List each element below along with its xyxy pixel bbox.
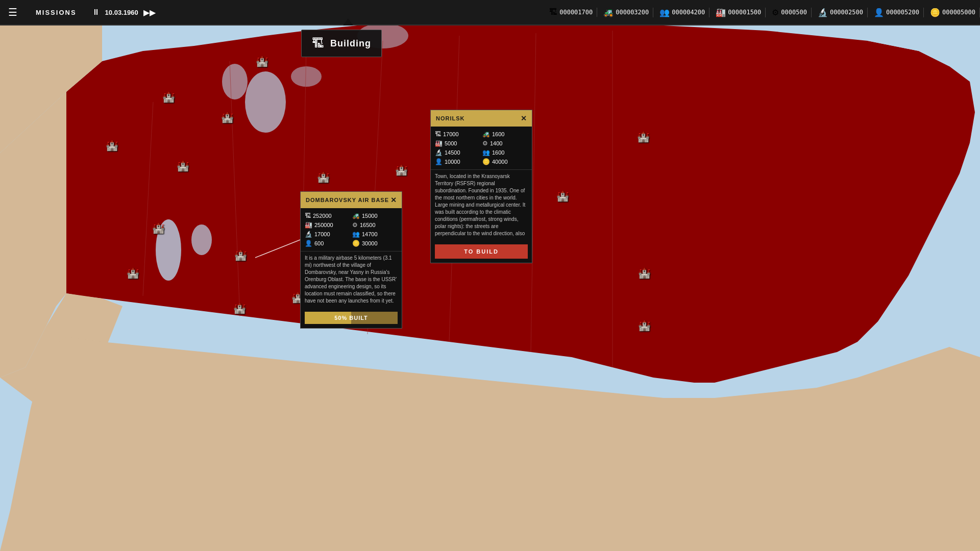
stat-item: 🏗 17000	[435, 131, 480, 138]
stat-icon: 🚜	[482, 131, 490, 138]
dombarovsky-panel: DOMBAROVSKY AIR BASE ✕ 🏗 252000 🚜 15000 …	[300, 191, 402, 329]
city-marker[interactable]: 🏰	[106, 139, 118, 152]
norilsk-description: Town, located in the Krasnoyarsk Territo…	[431, 169, 532, 240]
dombarovsky-title: DOMBAROVSKY AIR BASE	[306, 197, 389, 203]
svg-point-1	[245, 71, 286, 133]
stat-value: 16500	[360, 222, 376, 228]
stat-value: 30000	[362, 240, 378, 246]
stat-icon: 👥	[352, 231, 360, 238]
stat-value: 40000	[492, 159, 508, 165]
to-build-button[interactable]: TO BUILD	[435, 244, 528, 259]
stat-item: 👤 10000	[435, 158, 480, 165]
stat-icon: ⚙	[482, 140, 488, 147]
dombarovsky-close-button[interactable]: ✕	[390, 196, 397, 204]
building-tooltip-icon: 🏗	[312, 36, 324, 51]
resource-gold: 🪙 000005000	[926, 8, 980, 17]
city-marker[interactable]: 🏰	[637, 131, 650, 143]
stat-icon: 👤	[305, 240, 312, 247]
industry-value: 000001500	[728, 9, 761, 16]
stat-icon: 👤	[435, 158, 443, 165]
stat-value: 14500	[445, 149, 460, 156]
city-marker[interactable]: 🏰	[162, 91, 175, 103]
science-icon: 🔬	[818, 8, 828, 17]
tech-value: 0000500	[781, 9, 807, 16]
city-marker[interactable]: 🏰	[556, 190, 569, 202]
stat-item: ⚙ 16500	[352, 221, 398, 229]
population-icon: 👥	[659, 8, 670, 17]
game-date: 10.03.1960	[105, 9, 138, 16]
stat-item: 👥 14700	[352, 231, 398, 238]
resource-workers: 👤 000005200	[870, 8, 924, 17]
building-tooltip-cursor	[343, 18, 353, 26]
stat-icon: 🪙	[352, 240, 360, 247]
stat-icon: 👥	[482, 149, 490, 156]
building-tooltip-label: Building	[330, 38, 371, 49]
city-marker[interactable]: 🏰	[233, 302, 246, 314]
city-marker[interactable]: 🏰	[234, 249, 247, 261]
dombarovsky-stats: 🏗 252000 🚜 15000 🏭 250000 ⚙ 16500 🔬 1700…	[301, 208, 402, 251]
resources-bar: 🏗 000001700 🚜 000003200 👥 000004200 🏭 00…	[545, 8, 980, 17]
industry-icon: 🏭	[716, 8, 726, 17]
stat-value: 17000	[443, 131, 459, 137]
stat-icon: 🚜	[352, 212, 360, 219]
workers-value: 000005200	[886, 9, 919, 16]
stat-item: 🏗 252000	[305, 212, 350, 219]
stat-value: 1400	[490, 140, 502, 146]
stat-item: 👥 1600	[482, 149, 528, 156]
norilsk-panel: NORILSK ✕ 🏗 17000 🚜 1600 🏭 5000 ⚙ 1400 🔬…	[430, 110, 532, 263]
topbar: ☰ MISSIONS ⏸ 10.03.1960 ▶▶ 🏗 000001700 🚜…	[0, 0, 980, 26]
stat-icon: ⚙	[352, 221, 358, 229]
pause-button[interactable]: ⏸	[92, 8, 100, 17]
stat-value: 14700	[362, 231, 378, 237]
stat-icon: 🔬	[435, 149, 443, 156]
svg-point-3	[291, 66, 322, 87]
resource-science: 🔬 000002500	[814, 8, 868, 17]
menu-button[interactable]: ☰	[0, 0, 26, 25]
norilsk-stats: 🏗 17000 🚜 1600 🏭 5000 ⚙ 1400 🔬 14500 👥 1…	[431, 127, 532, 169]
resource-tech: ⚙ 0000500	[768, 8, 812, 17]
norilsk-header: NORILSK ✕	[431, 110, 532, 127]
stat-item: 🏭 250000	[305, 221, 350, 229]
production-value: 000001700	[559, 9, 593, 16]
tech-icon: ⚙	[772, 8, 779, 17]
resource-population: 👥 000004200	[655, 8, 709, 17]
missions-label[interactable]: MISSIONS	[26, 9, 87, 16]
stat-item: 👤 600	[305, 240, 350, 247]
agriculture-icon: 🚜	[603, 8, 614, 17]
dombarovsky-progress: 50% BUILT	[305, 312, 398, 324]
city-marker[interactable]: 🏰	[152, 222, 165, 234]
city-marker[interactable]: 🏰	[638, 267, 651, 279]
stat-item: 🚜 15000	[352, 212, 398, 219]
svg-point-6	[191, 224, 212, 255]
city-marker[interactable]: 🏰	[395, 164, 408, 176]
agriculture-value: 000003200	[616, 9, 649, 16]
stat-icon: 🪙	[482, 158, 490, 165]
stat-item: ⚙ 1400	[482, 140, 528, 147]
gold-value: 000005000	[942, 9, 975, 16]
stat-value: 252000	[313, 213, 332, 219]
norilsk-title: NORILSK	[436, 115, 465, 121]
stat-item: 🪙 30000	[352, 240, 398, 247]
city-marker[interactable]: 🏰	[638, 319, 651, 332]
map[interactable]: 🏰 🏰 🏰 🏰 🏰 🏰 🏰 🏰 🏰 🏰 🏰 🏰 🏰 🏰 🏰 🏰	[0, 0, 980, 551]
stat-icon: 🏭	[305, 221, 312, 229]
stat-value: 250000	[314, 222, 333, 228]
stat-value: 17000	[314, 231, 330, 237]
workers-icon: 👤	[874, 8, 884, 17]
stat-value: 1600	[492, 131, 504, 137]
norilsk-close-button[interactable]: ✕	[521, 114, 527, 122]
stat-item: 🪙 40000	[482, 158, 528, 165]
stat-value: 10000	[445, 159, 460, 165]
city-marker[interactable]: 🏰	[221, 111, 234, 123]
population-value: 000004200	[672, 9, 705, 16]
building-tooltip: 🏗 Building	[301, 30, 382, 57]
resource-agriculture: 🚜 000003200	[599, 8, 653, 17]
stat-icon: 🏗	[435, 131, 441, 138]
dombarovsky-description: It is a military airbase 5 kilometers (3…	[301, 251, 402, 308]
city-marker[interactable]: 🏰	[317, 171, 330, 183]
stat-value: 1600	[492, 149, 504, 156]
city-marker[interactable]: 🏰	[127, 267, 139, 279]
city-marker[interactable]: 🏰	[256, 55, 268, 67]
city-marker[interactable]: 🏰	[177, 160, 189, 172]
fast-forward-button[interactable]: ▶▶	[143, 8, 156, 17]
